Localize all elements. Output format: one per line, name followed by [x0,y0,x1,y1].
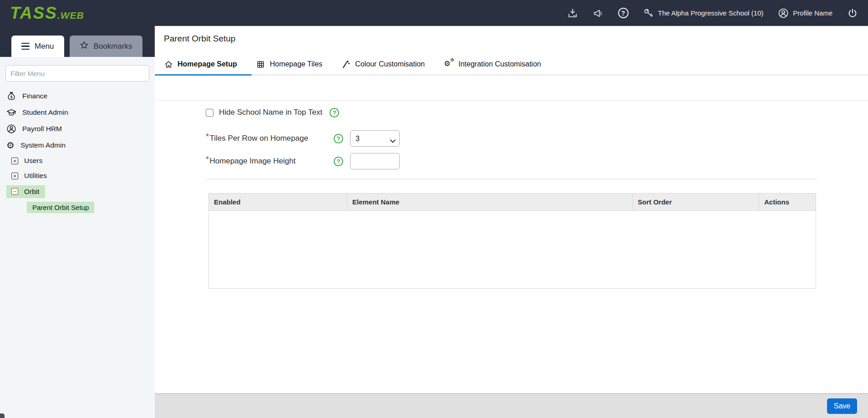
section-divider [155,100,868,101]
required-asterisk: * [206,156,209,163]
school-name-label: The Alpha Progressive School (10) [658,9,764,17]
hide-school-name-checkbox[interactable] [206,109,213,117]
tiles-per-row-row: * Tiles Per Row on Homepage ? 3 [206,130,868,147]
sidebar-item-orbit[interactable]: − Orbit [0,184,155,199]
star-icon [80,41,89,52]
gear-icon: ⚙ [6,141,15,150]
page-title: Parent Orbit Setup [155,26,868,44]
svg-text:$: $ [10,95,13,99]
sidebar-item-users[interactable]: + Users [0,154,155,167]
menu-tab[interactable]: Menu [11,36,64,57]
tiles-per-row-label: Tiles Per Row on Homepage [209,134,308,143]
grid-icon [256,60,265,69]
sidebar-item-label: System Admin [20,141,66,149]
homepage-image-height-input[interactable] [350,153,400,169]
sidebar: Menu Bookmarks $ Finance [0,26,155,418]
homepage-setup-form: Hide School Name in Top Text ? * Tiles P… [206,108,868,179]
tass-web-logo: TASS .WEB [10,4,84,23]
graduation-cap-icon [6,107,16,117]
sidebar-item-parent-orbit-setup[interactable]: Parent Orbit Setup [0,201,155,214]
table-body-empty [209,211,816,288]
sidebar-tab-strip: Menu Bookmarks [0,26,155,57]
hamburger-icon [21,43,30,50]
required-asterisk: * [206,133,209,140]
sidebar-item-payroll-hrm[interactable]: Payroll HRM [0,122,155,136]
tab-colour-customisation[interactable]: Colour Customisation [341,60,425,69]
sidebar-item-finance[interactable]: $ Finance [0,89,155,103]
sidebar-item-system-admin[interactable]: ⚙ System Admin [0,138,155,152]
hide-school-name-label: Hide School Name in Top Text [219,108,322,117]
top-bar-actions: ? The Alpha Progressive School (10) Prof… [567,0,858,26]
table-header-row: Enabled Element Name Sort Order Actions [209,194,816,211]
homepage-image-height-label: Homepage Image Height [209,157,295,166]
sidebar-item-utilities[interactable]: + Utilities [0,169,155,182]
profile-icon [778,8,789,19]
profile-name-label: Profile Name [793,9,832,17]
homepage-image-height-row: * Homepage Image Height ? [206,153,868,169]
elements-table: Enabled Element Name Sort Order Actions [208,193,816,289]
tab-integration-customisation[interactable]: ⚙⚙ Integration Customisation [444,60,541,69]
tab-homepage-tiles[interactable]: Homepage Tiles [256,60,323,69]
footer-bar: Save [155,393,868,418]
download-icon[interactable] [567,8,578,19]
tab-label: Colour Customisation [355,60,425,68]
sidebar-item-label: Payroll HRM [22,125,62,133]
column-header-element-name[interactable]: Element Name [347,194,633,210]
help-icon[interactable]: ? [618,8,629,18]
expand-plus-icon[interactable]: + [11,173,18,179]
current-school[interactable]: The Alpha Progressive School (10) [643,8,764,19]
sidebar-item-label: Student Admin [22,108,68,117]
tab-bar: Homepage Setup Homepage Tiles Colour Cus… [155,54,868,75]
corner-scroll-nub [0,413,5,418]
menu-tab-label: Menu [35,42,54,51]
main-content: Parent Orbit Setup Homepage Setup Homepa… [155,26,868,418]
bookmarks-tab[interactable]: Bookmarks [70,36,142,57]
save-button[interactable]: Save [827,398,857,414]
app-root: TASS .WEB ? The Alpha Progressive School… [0,0,868,418]
tab-label: Homepage Setup [178,60,237,68]
tab-label: Integration Customisation [458,60,541,68]
announcements-megaphone-icon[interactable] [593,8,604,19]
person-circle-icon [6,124,16,134]
magic-wand-icon [341,60,350,69]
sidebar-menu: $ Finance Student Admin Payroll HRM ⚙ Sy… [0,89,155,214]
logo-text-primary: TASS [10,4,57,23]
sidebar-item-label: Orbit [24,188,40,196]
column-header-actions[interactable]: Actions [759,194,816,210]
help-icon[interactable]: ? [334,157,343,166]
sidebar-item-student-admin[interactable]: Student Admin [0,105,155,119]
gears-icon: ⚙⚙ [444,60,454,69]
top-bar: TASS .WEB ? The Alpha Progressive School… [0,0,868,26]
help-icon[interactable]: ? [330,108,339,117]
key-icon [643,8,654,19]
money-bag-icon: $ [6,91,16,101]
tiles-per-row-select[interactable]: 3 [350,130,400,147]
column-header-sort-order[interactable]: Sort Order [633,194,759,210]
sidebar-item-label: Utilities [24,172,47,180]
home-icon [164,60,173,69]
sidebar-item-label: Finance [22,92,47,100]
logo-text-suffix: .WEB [57,10,84,21]
tab-homepage-setup[interactable]: Homepage Setup [164,60,237,69]
column-header-enabled[interactable]: Enabled [209,194,347,210]
hide-school-name-row: Hide School Name in Top Text ? [206,108,868,117]
sidebar-item-label: Users [24,157,42,165]
profile-menu[interactable]: Profile Name [778,8,832,19]
form-divider [206,179,817,179]
help-icon[interactable]: ? [334,134,343,143]
tab-label: Homepage Tiles [270,60,323,68]
logout-power-icon[interactable] [847,8,858,19]
active-tab-underline [155,74,252,76]
expand-plus-icon[interactable]: + [11,158,18,164]
sidebar-item-label: Parent Orbit Setup [27,202,94,213]
collapse-minus-icon[interactable]: − [11,188,18,195]
bookmarks-tab-label: Bookmarks [94,42,132,51]
filter-menu-input[interactable] [5,65,149,82]
